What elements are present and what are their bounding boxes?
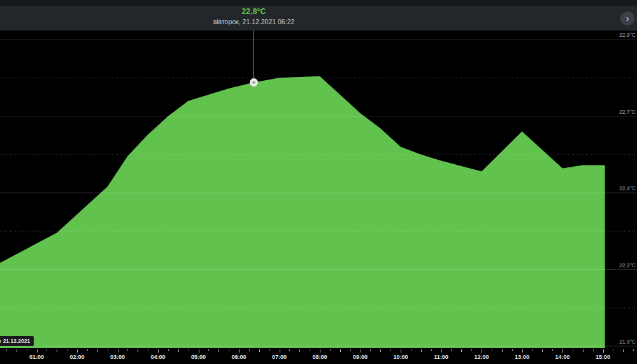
hour-tick	[522, 349, 523, 353]
minor-tick	[542, 349, 543, 352]
minor-tick	[330, 349, 331, 351]
plot-canvas	[0, 31, 637, 349]
hour-tick	[37, 349, 38, 353]
minor-tick	[17, 349, 17, 352]
minor-tick	[431, 349, 432, 351]
minor-tick	[512, 349, 513, 351]
minor-tick	[97, 349, 98, 352]
x-axis-label: 10:00	[393, 354, 408, 360]
x-axis-label: 03:00	[110, 354, 125, 360]
status-strip	[0, 0, 637, 6]
minor-tick	[350, 349, 351, 351]
x-axis-label: 12:00	[474, 354, 489, 360]
minor-tick	[269, 349, 270, 351]
hour-tick	[280, 349, 280, 353]
x-axis-label: 07:00	[272, 354, 287, 360]
x-axis-label: 13:00	[515, 354, 529, 360]
minor-tick	[583, 349, 583, 352]
hour-tick	[77, 349, 78, 353]
x-axis-label: 09:00	[353, 354, 368, 360]
minor-tick	[27, 349, 27, 351]
minor-tick	[127, 349, 128, 351]
minor-tick	[289, 349, 290, 351]
minor-tick	[421, 349, 422, 352]
minor-tick	[573, 349, 573, 351]
minor-tick	[229, 349, 229, 351]
x-axis-label: 06:00	[231, 354, 246, 360]
hour-tick	[482, 349, 482, 353]
hour-tick	[158, 349, 159, 353]
x-axis-label: 08:00	[312, 354, 327, 360]
minor-tick	[87, 349, 88, 351]
minor-tick	[148, 349, 148, 351]
minor-tick	[552, 349, 553, 351]
minor-tick	[249, 349, 250, 351]
temperature-area	[0, 76, 605, 348]
minor-tick	[411, 349, 412, 351]
x-axis-label: 01:00	[29, 354, 44, 360]
next-button[interactable]: ›	[620, 11, 634, 25]
x-axis-label: 15:00	[596, 354, 610, 360]
minor-tick	[492, 349, 492, 351]
screen: 22,8°C вівторок, 21.12.2021 06:22 › 22,9…	[0, 0, 637, 364]
minor-tick	[208, 349, 209, 351]
hour-tick	[603, 349, 604, 353]
minor-tick	[47, 349, 47, 351]
selected-datetime: вівторок, 21.12.2021 06:22	[213, 18, 295, 25]
hour-tick	[401, 349, 401, 353]
minor-tick	[218, 349, 219, 352]
minor-tick	[57, 349, 57, 352]
minor-tick	[471, 349, 472, 351]
y-axis-label: 21,9°C	[619, 339, 636, 345]
selected-temperature: 22,8°C	[213, 7, 295, 16]
hour-tick	[562, 349, 563, 353]
minor-tick	[633, 349, 634, 351]
date-badge: вт 21.12.2021	[0, 336, 34, 346]
minor-tick	[6, 349, 7, 351]
minor-tick	[390, 349, 391, 351]
minor-tick	[259, 349, 260, 352]
hour-tick	[361, 349, 361, 353]
minor-tick	[108, 349, 108, 351]
minor-tick	[299, 349, 300, 352]
minor-tick	[340, 349, 341, 352]
minor-tick	[189, 349, 189, 351]
minor-tick	[178, 349, 179, 352]
minor-tick	[370, 349, 371, 351]
minor-tick	[613, 349, 613, 351]
hour-tick	[320, 349, 320, 353]
time-axis: 01:0002:0003:0004:0005:0006:0007:0008:00…	[0, 349, 637, 364]
y-axis-label: 22,4°C	[619, 185, 636, 192]
temperature-chart[interactable]: 22,9°C22,7°C22,4°C22,2°C21,9°C	[0, 31, 637, 349]
minor-tick	[532, 349, 533, 351]
minor-tick	[623, 349, 624, 352]
minor-tick	[502, 349, 503, 352]
minor-tick	[451, 349, 452, 351]
hour-tick	[239, 349, 240, 353]
hour-tick	[441, 349, 442, 353]
hour-tick	[118, 349, 118, 353]
selected-point-tooltip: 22,8°C вівторок, 21.12.2021 06:22	[213, 7, 295, 25]
y-axis-label: 22,7°C	[619, 109, 636, 115]
y-axis-label: 22,2°C	[619, 262, 636, 269]
minor-tick	[461, 349, 462, 352]
minor-tick	[168, 349, 169, 351]
x-axis-label: 11:00	[434, 354, 448, 360]
minor-tick	[138, 349, 138, 352]
selection-marker-dot	[253, 81, 254, 83]
x-axis-label: 04:00	[150, 354, 165, 360]
hour-tick	[199, 349, 199, 353]
minor-tick	[593, 349, 594, 351]
chevron-right-icon: ›	[620, 12, 634, 25]
minor-tick	[310, 349, 310, 351]
minor-tick	[67, 349, 68, 351]
header-bar: 22,8°C вівторок, 21.12.2021 06:22 ›	[0, 6, 637, 31]
x-axis-label: 14:00	[555, 354, 569, 360]
minor-tick	[380, 349, 381, 352]
x-axis-label: 02:00	[69, 354, 84, 360]
y-axis-label: 22,9°C	[619, 32, 636, 38]
x-axis-label: 05:00	[191, 354, 206, 360]
